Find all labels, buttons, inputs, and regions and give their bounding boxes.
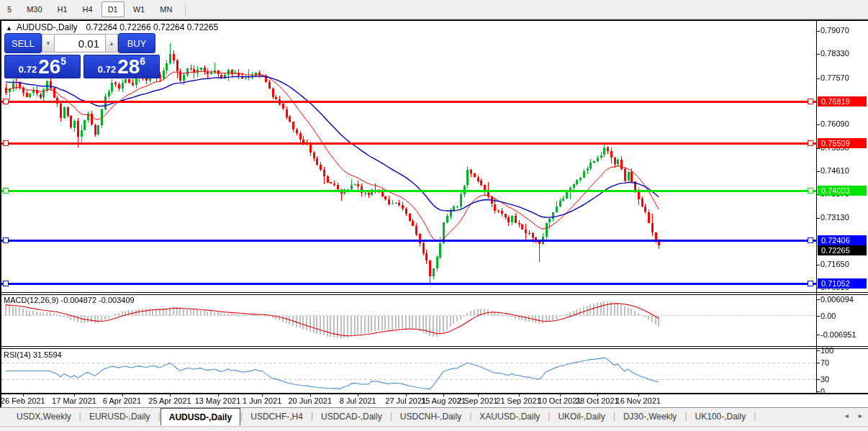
macd-axis-label: 0.006094 xyxy=(820,295,854,304)
macd-axis-label: 0.00 xyxy=(820,312,836,320)
chart-ohlc-values: 0.72264 0.72266 0.72264 0.72265 xyxy=(86,22,219,32)
ask-price-big: 28 xyxy=(117,58,140,76)
date-label: 10 Oct 2021 xyxy=(538,396,582,405)
chart-tab-eurusd-daily[interactable]: EURUSD-,Daily xyxy=(81,408,158,425)
chevron-up-icon: ▲ xyxy=(109,40,114,47)
toolbar-separator xyxy=(185,3,186,16)
volume-decrease-button[interactable]: ▼ xyxy=(42,34,55,53)
tab-scroll-left-icon[interactable]: ◄ xyxy=(844,412,850,419)
trading-terminal: 5M30H1H4D1W1MN ▲AUDUSD-,Daily0.72264 0.7… xyxy=(0,0,868,431)
volume-increase-button[interactable]: ▲ xyxy=(105,34,118,53)
one-click-trade-panel: SELL ▼ ▲ BUY 0.72 26 5 0.72 28 6 xyxy=(4,33,160,78)
tab-scroll-right-icon[interactable]: ► xyxy=(857,412,864,419)
date-label: 27 Jul 2021 xyxy=(385,396,426,405)
date-label: 21 Sep 2021 xyxy=(496,396,541,405)
sell-button[interactable]: SELL xyxy=(4,33,42,53)
bid-price-box[interactable]: 0.72 26 5 xyxy=(4,55,81,78)
macd-axis-label: -0.006951 xyxy=(820,330,856,339)
chart-tab-usdx-weekly[interactable]: USDX,Weekly xyxy=(9,408,79,425)
timeframe-button-m30[interactable]: M30 xyxy=(20,1,48,17)
date-label: 25 Apr 2021 xyxy=(148,396,191,405)
date-label: 16 Nov 2021 xyxy=(616,396,661,405)
rsi-indicator-label: RSI(14) 31.5594 xyxy=(4,350,62,359)
price-level-tag[interactable]: 0.71052 xyxy=(818,278,867,289)
ask-price-prefix: 0.72 xyxy=(98,64,116,75)
price-axis-label: 0.71650 xyxy=(820,260,849,268)
price-axis-label: 0.77570 xyxy=(820,73,849,82)
price-axis-label: 0.78330 xyxy=(820,49,849,58)
status-bar xyxy=(0,426,868,431)
volume-input[interactable] xyxy=(55,34,105,53)
timeframe-button-5[interactable]: 5 xyxy=(1,1,18,17)
price-axis-label: 0.73130 xyxy=(820,213,849,222)
bid-price-prefix: 0.72 xyxy=(19,64,37,75)
chart-tab-ukoil-daily[interactable]: UKOil-,Daily xyxy=(550,408,612,425)
price-axis-label: 0.79070 xyxy=(820,26,849,35)
timeframe-button-mn[interactable]: MN xyxy=(153,1,178,17)
timeframe-button-w1[interactable]: W1 xyxy=(127,1,152,17)
chart-tab-usdchf-h4[interactable]: USDCHF-,H4 xyxy=(243,408,311,425)
timeframe-button-h4[interactable]: H4 xyxy=(76,1,99,17)
price-level-tag[interactable]: 0.72406 xyxy=(818,235,867,245)
chart-tab-bar: USDX,Weekly|EURUSD-,Daily|AUDUSD-,Daily|… xyxy=(0,407,868,425)
date-label: 20 Jun 2021 xyxy=(288,396,332,405)
rsi-axis-label: 70 xyxy=(820,358,829,367)
tab-separator: | xyxy=(754,408,756,425)
timeframe-button-d1[interactable]: D1 xyxy=(101,1,125,17)
chart-symbol-period: AUDUSD-,Daily xyxy=(17,22,78,32)
date-label: 8 Jul 2021 xyxy=(340,396,376,405)
date-label: 13 May 2021 xyxy=(195,396,241,405)
buy-button[interactable]: BUY xyxy=(118,33,155,53)
bid-price-sup: 5 xyxy=(60,55,66,67)
date-label: 26 Feb 2021 xyxy=(1,396,45,405)
chart-title-arrow-icon[interactable]: ▲ xyxy=(6,24,12,32)
rsi-axis-label: 30 xyxy=(820,375,829,384)
chart-tab-xauusd-daily[interactable]: XAUUSD-,Daily xyxy=(471,408,548,425)
date-label: 2 Sep 2021 xyxy=(457,396,497,405)
date-label: 6 Apr 2021 xyxy=(103,396,141,405)
date-label: 28 Oct 2021 xyxy=(576,396,619,405)
rsi-axis-label: 0 xyxy=(820,387,825,396)
price-axis-label: 0.74610 xyxy=(820,166,849,175)
chart-tab-dj30-weekly[interactable]: DJ30-,Weekly xyxy=(615,408,684,425)
timeframe-button-h1[interactable]: H1 xyxy=(51,1,74,17)
date-label: 1 Jun 2021 xyxy=(243,396,281,405)
price-level-tag[interactable]: 0.76819 xyxy=(818,96,867,106)
tab-scroll-nav: ◄ ► xyxy=(838,412,864,419)
current-price-tag: 0.72265 xyxy=(818,245,867,255)
chart-tab-audusd-daily[interactable]: AUDUSD-,Daily xyxy=(161,408,240,425)
date-label: 17 Mar 2021 xyxy=(52,396,96,405)
chart-title: ▲AUDUSD-,Daily0.72264 0.72266 0.72264 0.… xyxy=(6,22,218,32)
price-level-tag[interactable]: 0.74003 xyxy=(818,186,867,196)
ask-price-sup: 6 xyxy=(140,55,145,67)
chart-tab-uk100-daily[interactable]: UK100-,Daily xyxy=(687,408,754,425)
bid-price-big: 26 xyxy=(38,58,60,76)
macd-indicator-label: MACD(12,26,9) -0.004872 -0.003409 xyxy=(4,296,135,304)
rsi-axis-label: 100 xyxy=(820,346,833,355)
price-axis-label: 0.76090 xyxy=(820,119,849,128)
chevron-down-icon: ▼ xyxy=(45,40,51,47)
timeframe-toolbar: 5M30H1H4D1W1MN xyxy=(0,0,868,19)
chart-tab-usdcnh-daily[interactable]: USDCNH-,Daily xyxy=(392,408,469,425)
ask-price-box[interactable]: 0.72 28 6 xyxy=(83,55,160,78)
price-level-tag[interactable]: 0.75509 xyxy=(818,138,867,148)
chart-tab-usdcad-daily[interactable]: USDCAD-,Daily xyxy=(313,408,390,425)
